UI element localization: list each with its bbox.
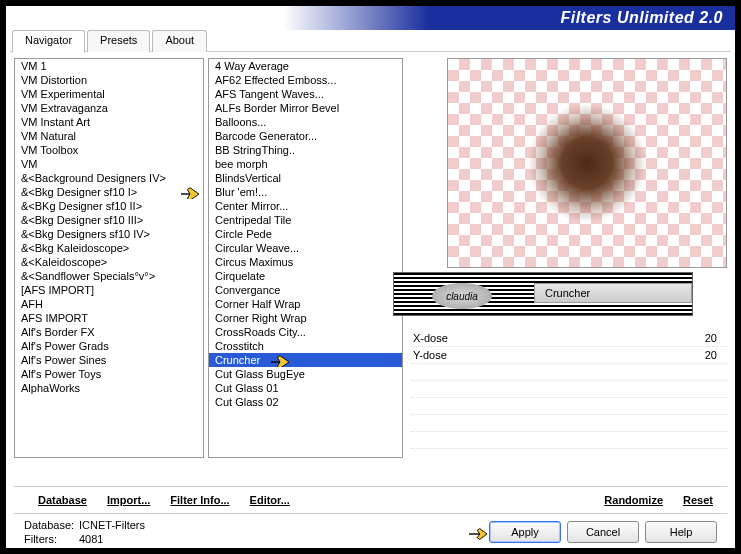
param-row-empty (411, 381, 727, 398)
list-item[interactable]: CrossRoads City... (209, 325, 402, 339)
list-item[interactable]: Alf's Power Toys (15, 367, 203, 381)
list-item[interactable]: ALFs Border Mirror Bevel (209, 101, 402, 115)
list-item[interactable]: Alf's Power Grads (15, 339, 203, 353)
list-item[interactable]: [AFS IMPORT] (15, 283, 203, 297)
reset-link[interactable]: Reset (677, 491, 719, 509)
filter-list[interactable]: 4 Way AverageAF62 Effected Emboss...AFS … (208, 58, 403, 458)
list-item[interactable]: Circle Pede (209, 227, 402, 241)
list-item[interactable]: Cut Glass BugEye (209, 367, 402, 381)
tab-strip: Navigator Presets About (6, 30, 735, 52)
list-item[interactable]: Balloons... (209, 115, 402, 129)
import-link[interactable]: Import... (101, 491, 156, 509)
list-item[interactable]: Circular Weave... (209, 241, 402, 255)
list-item[interactable]: Convergance (209, 283, 402, 297)
list-item[interactable]: Cut Glass 02 (209, 395, 402, 409)
db-value: ICNET-Filters (79, 519, 145, 531)
cancel-button[interactable]: Cancel (567, 521, 639, 543)
randomize-link[interactable]: Randomize (598, 491, 669, 509)
param-name: Y-dose (413, 349, 447, 361)
param-row-empty (411, 432, 727, 449)
preview-blob (527, 103, 647, 223)
list-item[interactable]: Crosstitch (209, 339, 402, 353)
list-item[interactable]: Corner Half Wrap (209, 297, 402, 311)
list-item[interactable]: Cut Glass 01 (209, 381, 402, 395)
list-item[interactable]: Cirquelate (209, 269, 402, 283)
app-title: Filters Unlimited 2.0 (560, 9, 723, 27)
tab-presets[interactable]: Presets (87, 30, 150, 52)
list-item[interactable]: VM Distortion (15, 73, 203, 87)
bottom-toolbar: Database Import... Filter Info... Editor… (14, 486, 727, 513)
param-row[interactable]: Y-dose20 (411, 347, 727, 364)
param-row-empty (411, 398, 727, 415)
preview-image (447, 58, 727, 268)
filter-name-row: Cruncher (534, 283, 692, 303)
list-item[interactable]: bee morph (209, 157, 402, 171)
list-item[interactable]: &<Background Designers IV> (15, 171, 203, 185)
list-item[interactable]: &<Bkg Designers sf10 IV> (15, 227, 203, 241)
list-item[interactable]: Corner Right Wrap (209, 311, 402, 325)
param-value: 20 (705, 349, 717, 361)
hand-pointer-icon (179, 185, 201, 199)
hand-pointer-icon (467, 525, 489, 543)
tab-navigator[interactable]: Navigator (12, 30, 85, 53)
list-item[interactable]: Alf's Power Sines (15, 353, 203, 367)
list-item[interactable]: VM 1 (15, 59, 203, 73)
list-item[interactable]: VM (15, 157, 203, 171)
info-bar: Database:ICNET-Filters Filters:4081 Appl… (14, 513, 727, 548)
list-item[interactable]: BB StringThing.. (209, 143, 402, 157)
list-item[interactable]: Blur 'em!... (209, 185, 402, 199)
list-item[interactable]: VM Extravaganza (15, 101, 203, 115)
param-row-empty (411, 415, 727, 432)
list-item[interactable]: Cruncher (209, 353, 402, 367)
apply-button[interactable]: Apply (489, 521, 561, 543)
param-table: X-dose20Y-dose20 (411, 330, 727, 449)
param-row[interactable]: X-dose20 (411, 330, 727, 347)
list-item[interactable]: &<Sandflower Specials°v°> (15, 269, 203, 283)
help-button[interactable]: Help (645, 521, 717, 543)
editor-link[interactable]: Editor... (244, 491, 296, 509)
list-item[interactable]: VM Toolbox (15, 143, 203, 157)
tab-about[interactable]: About (152, 30, 207, 52)
list-item[interactable]: Circus Maximus (209, 255, 402, 269)
title-bar: Filters Unlimited 2.0 (6, 6, 735, 30)
list-item[interactable]: &<Bkg Designer sf10 I> (15, 185, 203, 199)
list-item[interactable]: AFH (15, 297, 203, 311)
filter-name: Cruncher (545, 287, 590, 299)
list-item[interactable]: &<BKg Designer sf10 II> (15, 199, 203, 213)
list-item[interactable]: &<Bkg Designer sf10 III> (15, 213, 203, 227)
list-item[interactable]: VM Natural (15, 129, 203, 143)
author-label: claudia (432, 283, 492, 309)
filter-info-link[interactable]: Filter Info... (164, 491, 235, 509)
list-item[interactable]: BlindsVertical (209, 171, 402, 185)
list-item[interactable]: Alf's Border FX (15, 325, 203, 339)
list-item[interactable]: Centripedal Tile (209, 213, 402, 227)
author-banner: claudia Cruncher (393, 272, 693, 316)
filters-value: 4081 (79, 533, 103, 545)
list-item[interactable]: AF62 Effected Emboss... (209, 73, 402, 87)
hand-pointer-icon (269, 353, 291, 367)
list-item[interactable]: &<Bkg Kaleidoscope> (15, 241, 203, 255)
param-row-empty (411, 364, 727, 381)
param-name: X-dose (413, 332, 448, 344)
list-item[interactable]: AlphaWorks (15, 381, 203, 395)
list-item[interactable]: VM Instant Art (15, 115, 203, 129)
list-item[interactable]: Center Mirror... (209, 199, 402, 213)
list-item[interactable]: &<Kaleidoscope> (15, 255, 203, 269)
dialog-buttons: Apply Cancel Help (461, 518, 717, 546)
list-item[interactable]: 4 Way Average (209, 59, 402, 73)
category-list[interactable]: VM 1VM DistortionVM ExperimentalVM Extra… (14, 58, 204, 458)
list-item[interactable]: AFS Tangent Waves... (209, 87, 402, 101)
list-item[interactable]: VM Experimental (15, 87, 203, 101)
filters-label: Filters: (24, 532, 79, 546)
list-item[interactable]: AFS IMPORT (15, 311, 203, 325)
database-link[interactable]: Database (32, 491, 93, 509)
param-value: 20 (705, 332, 717, 344)
list-item[interactable]: Barcode Generator... (209, 129, 402, 143)
db-label: Database: (24, 518, 79, 532)
